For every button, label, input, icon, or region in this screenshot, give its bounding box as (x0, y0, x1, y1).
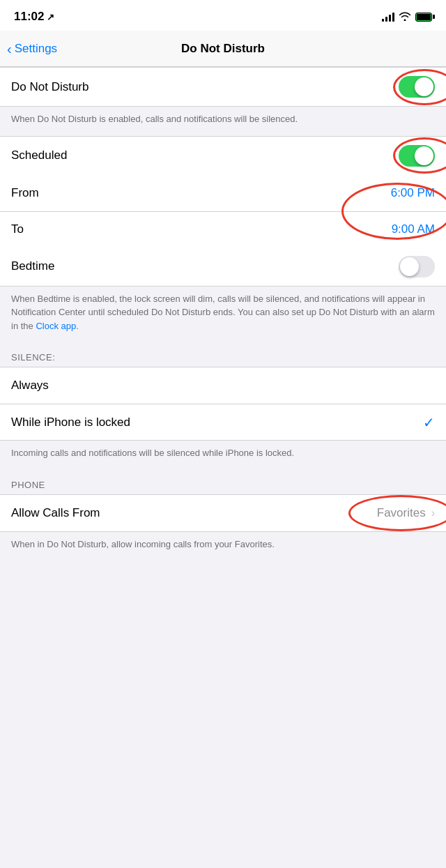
bedtime-toggle-knob (400, 257, 419, 276)
dnd-section: Do Not Disturb When Do Not Disturb is en… (0, 67, 446, 136)
allow-calls-value-container: Favorites › (377, 506, 435, 520)
bedtime-toggle-cell[interactable]: Bedtime (0, 248, 446, 286)
allow-calls-cell[interactable]: Allow Calls From Favorites › (0, 495, 446, 531)
dnd-toggle-cell[interactable]: Do Not Disturb (0, 68, 446, 106)
status-icons (382, 11, 432, 23)
clock-app-link[interactable]: Clock app (36, 321, 76, 331)
allow-calls-label: Allow Calls From (11, 506, 100, 520)
always-cell[interactable]: Always (0, 367, 446, 404)
back-button[interactable]: ‹ Settings (7, 42, 57, 56)
from-cell[interactable]: From 6:00 PM (0, 175, 446, 211)
wifi-icon (399, 11, 411, 23)
from-label: From (11, 186, 39, 200)
phone-footer: When in Do Not Disturb, allow incoming c… (0, 532, 446, 561)
silence-cell-group: Always While iPhone is locked ✓ (0, 367, 446, 441)
scheduled-section: Scheduled From 6:00 PM To 9:00 AM Bedtim… (0, 136, 446, 343)
phone-footer-text: When in Do Not Disturb, allow incoming c… (11, 539, 275, 549)
bedtime-toggle[interactable] (399, 256, 435, 277)
silence-header: SILENCE: (0, 342, 446, 367)
bedtime-footer: When Bedtime is enabled, the lock screen… (0, 287, 446, 343)
dnd-label: Do Not Disturb (11, 80, 89, 94)
to-cell[interactable]: To 9:00 AM (0, 211, 446, 248)
always-label: Always (11, 379, 49, 393)
dnd-toggle-knob (415, 77, 433, 96)
silence-section: SILENCE: Always While iPhone is locked ✓… (0, 342, 446, 470)
scheduled-toggle[interactable] (399, 145, 435, 167)
page-title: Do Not Disturb (181, 42, 265, 56)
location-arrow-icon: ↗ (47, 12, 54, 22)
while-locked-checkmark-icon: ✓ (423, 414, 435, 431)
phone-cell-group: Allow Calls From Favorites › (0, 494, 446, 532)
phone-section: PHONE Allow Calls From Favorites › When … (0, 470, 446, 561)
status-time: 11:02 ↗ (14, 10, 54, 24)
back-chevron-icon: ‹ (7, 42, 12, 56)
while-locked-label: While iPhone is locked (11, 416, 130, 429)
to-value: 9:00 AM (392, 222, 435, 236)
scheduled-label: Scheduled (11, 149, 67, 162)
to-label: To (11, 222, 24, 236)
from-value: 6:00 PM (391, 186, 435, 200)
back-label: Settings (15, 42, 57, 56)
nav-bar: ‹ Settings Do Not Disturb (0, 31, 446, 67)
dnd-footer: When Do Not Disturb is enabled, calls an… (0, 107, 446, 136)
status-bar: 11:02 ↗ (0, 0, 446, 31)
battery-icon (415, 13, 432, 22)
signal-bars-icon (382, 12, 394, 22)
while-locked-cell[interactable]: While iPhone is locked ✓ (0, 404, 446, 440)
chevron-right-icon: › (431, 507, 435, 519)
phone-header: PHONE (0, 470, 446, 494)
time-display: 11:02 (14, 10, 44, 24)
silence-footer: Incoming calls and notifications will be… (0, 441, 446, 470)
dnd-toggle[interactable] (399, 76, 435, 98)
bedtime-label: Bedtime (11, 259, 54, 273)
scheduled-toggle-knob (415, 146, 433, 165)
allow-calls-value: Favorites (377, 506, 426, 520)
silence-footer-text: Incoming calls and notifications will be… (11, 448, 294, 458)
scheduled-toggle-cell[interactable]: Scheduled (0, 137, 446, 175)
dnd-footer-text: When Do Not Disturb is enabled, calls an… (11, 114, 298, 124)
